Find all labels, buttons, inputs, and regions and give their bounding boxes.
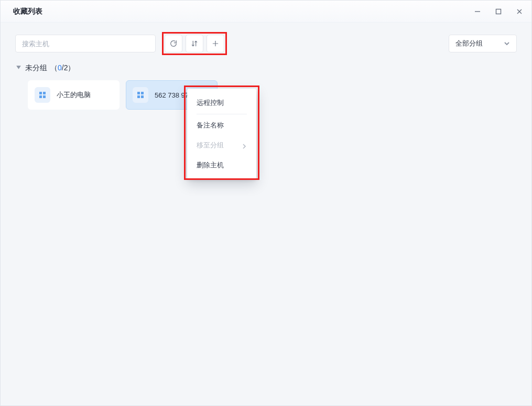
group-online-count: 0 — [58, 63, 62, 72]
hosts-list: 小王的电脑 562 738 971 — [1, 73, 531, 110]
sort-button[interactable] — [186, 35, 203, 52]
group-select[interactable]: 全部分组 — [449, 35, 517, 52]
caret-down-icon — [15, 64, 22, 71]
minimize-button[interactable] — [473, 7, 482, 16]
menu-item-remote-control[interactable]: 远程控制 — [187, 93, 256, 113]
title-bar: 收藏列表 — [1, 1, 531, 23]
group-name: 未分组 — [25, 63, 47, 73]
refresh-button[interactable] — [165, 35, 182, 52]
context-menu: 远程控制 备注名称 移至分组 删除主机 — [187, 89, 256, 179]
group-select-label: 全部分组 — [455, 39, 483, 48]
group-header[interactable]: 未分组 （0/2） — [1, 60, 531, 73]
menu-item-delete-host[interactable]: 删除主机 — [187, 155, 256, 175]
host-card[interactable]: 小王的电脑 — [28, 80, 120, 110]
svg-marker-8 — [16, 66, 21, 69]
windows-icon — [133, 87, 148, 103]
refresh-icon — [169, 39, 178, 48]
search-input[interactable] — [15, 35, 156, 52]
group-collapse-caret[interactable] — [15, 64, 22, 72]
svg-rect-1 — [496, 9, 501, 14]
close-button[interactable] — [515, 7, 524, 16]
chevron-right-icon — [242, 143, 247, 148]
menu-item-rename[interactable]: 备注名称 — [187, 115, 256, 135]
windows-icon — [35, 87, 50, 103]
svg-rect-12 — [43, 95, 46, 98]
menu-divider — [197, 114, 247, 114]
svg-rect-13 — [137, 92, 140, 94]
toolbar: 全部分组 — [1, 23, 531, 60]
maximize-icon — [495, 8, 502, 15]
menu-item-move-to-group[interactable]: 移至分组 — [187, 135, 256, 155]
minimize-icon — [474, 8, 481, 15]
chevron-down-icon — [504, 40, 510, 47]
group-count: （0/2） — [50, 63, 75, 73]
host-name: 小王的电脑 — [57, 90, 91, 100]
add-button[interactable] — [207, 35, 224, 52]
window-title: 收藏列表 — [13, 7, 42, 16]
svg-rect-14 — [141, 92, 144, 94]
svg-rect-10 — [43, 92, 46, 94]
plus-icon — [211, 39, 220, 48]
window-controls — [473, 7, 524, 16]
maximize-button[interactable] — [494, 7, 503, 16]
close-icon — [516, 8, 523, 15]
toolbar-highlight — [162, 32, 227, 55]
svg-rect-11 — [39, 95, 42, 98]
sort-icon — [190, 39, 199, 48]
svg-rect-16 — [141, 95, 144, 98]
svg-rect-9 — [39, 92, 42, 94]
svg-rect-15 — [137, 95, 140, 98]
